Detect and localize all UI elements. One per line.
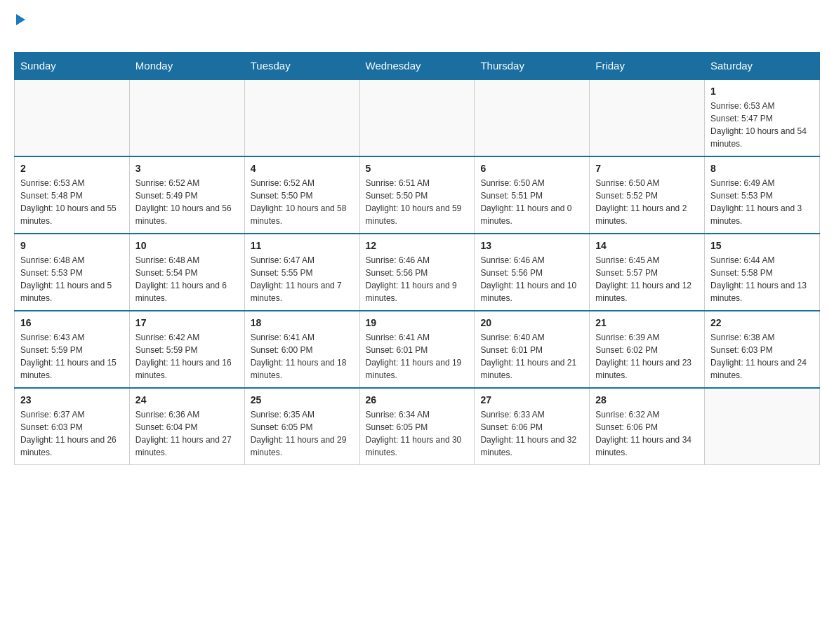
calendar-week-row: 1Sunrise: 6:53 AM Sunset: 5:47 PM Daylig… — [15, 79, 820, 156]
calendar-day-cell: 23Sunrise: 6:37 AM Sunset: 6:03 PM Dayli… — [15, 388, 130, 465]
day-of-week-header: Thursday — [475, 53, 590, 80]
calendar-day-cell: 8Sunrise: 6:49 AM Sunset: 5:53 PM Daylig… — [705, 156, 820, 234]
calendar-day-cell: 18Sunrise: 6:41 AM Sunset: 6:00 PM Dayli… — [244, 311, 359, 388]
day-info: Sunrise: 6:53 AM Sunset: 5:47 PM Dayligh… — [710, 100, 814, 150]
calendar-header: SundayMondayTuesdayWednesdayThursdayFrid… — [15, 53, 820, 80]
calendar-day-cell — [359, 79, 475, 156]
day-number: 11 — [251, 240, 354, 251]
day-number: 25 — [251, 394, 354, 405]
calendar-day-cell: 14Sunrise: 6:45 AM Sunset: 5:57 PM Dayli… — [590, 234, 705, 311]
day-info: Sunrise: 6:47 AM Sunset: 5:55 PM Dayligh… — [251, 254, 354, 304]
day-number: 27 — [480, 394, 583, 405]
calendar-day-cell: 3Sunrise: 6:52 AM Sunset: 5:49 PM Daylig… — [129, 156, 244, 234]
day-number: 2 — [20, 163, 124, 174]
calendar-day-cell: 15Sunrise: 6:44 AM Sunset: 5:58 PM Dayli… — [705, 234, 820, 311]
calendar-day-cell: 7Sunrise: 6:50 AM Sunset: 5:52 PM Daylig… — [590, 156, 705, 234]
day-info: Sunrise: 6:37 AM Sunset: 6:03 PM Dayligh… — [20, 408, 124, 459]
day-number: 24 — [135, 394, 239, 405]
day-of-week-header: Sunday — [15, 53, 130, 80]
calendar-day-cell: 2Sunrise: 6:53 AM Sunset: 5:48 PM Daylig… — [15, 156, 130, 234]
calendar-day-cell: 12Sunrise: 6:46 AM Sunset: 5:56 PM Dayli… — [359, 234, 475, 311]
calendar-day-cell — [475, 79, 590, 156]
day-number: 19 — [366, 317, 469, 328]
day-of-week-header: Friday — [590, 53, 705, 80]
calendar-day-cell — [244, 79, 359, 156]
day-number: 14 — [595, 240, 699, 251]
logo-triangle-icon — [16, 14, 25, 25]
day-info: Sunrise: 6:48 AM Sunset: 5:54 PM Dayligh… — [135, 254, 239, 304]
calendar-day-cell: 24Sunrise: 6:36 AM Sunset: 6:04 PM Dayli… — [129, 388, 244, 465]
page-header — [14, 14, 820, 45]
day-number: 22 — [710, 317, 814, 328]
calendar-day-cell: 13Sunrise: 6:46 AM Sunset: 5:56 PM Dayli… — [475, 234, 590, 311]
day-info: Sunrise: 6:39 AM Sunset: 6:02 PM Dayligh… — [595, 331, 699, 382]
calendar-day-cell: 17Sunrise: 6:42 AM Sunset: 5:59 PM Dayli… — [129, 311, 244, 388]
day-of-week-header: Tuesday — [244, 53, 359, 80]
calendar-body: 1Sunrise: 6:53 AM Sunset: 5:47 PM Daylig… — [15, 79, 820, 465]
day-info: Sunrise: 6:53 AM Sunset: 5:48 PM Dayligh… — [20, 177, 124, 227]
day-number: 21 — [595, 317, 699, 328]
day-info: Sunrise: 6:32 AM Sunset: 6:06 PM Dayligh… — [595, 408, 699, 459]
day-info: Sunrise: 6:41 AM Sunset: 6:00 PM Dayligh… — [251, 331, 354, 382]
day-info: Sunrise: 6:46 AM Sunset: 5:56 PM Dayligh… — [480, 254, 583, 304]
calendar-day-cell: 10Sunrise: 6:48 AM Sunset: 5:54 PM Dayli… — [129, 234, 244, 311]
day-info: Sunrise: 6:52 AM Sunset: 5:49 PM Dayligh… — [135, 177, 239, 227]
day-number: 8 — [710, 163, 814, 174]
calendar-day-cell: 20Sunrise: 6:40 AM Sunset: 6:01 PM Dayli… — [475, 311, 590, 388]
day-info: Sunrise: 6:48 AM Sunset: 5:53 PM Dayligh… — [20, 254, 124, 304]
day-info: Sunrise: 6:50 AM Sunset: 5:52 PM Dayligh… — [595, 177, 699, 227]
day-number: 3 — [135, 163, 239, 174]
calendar-table: SundayMondayTuesdayWednesdayThursdayFrid… — [14, 52, 820, 465]
day-info: Sunrise: 6:51 AM Sunset: 5:50 PM Dayligh… — [366, 177, 469, 227]
calendar-day-cell: 1Sunrise: 6:53 AM Sunset: 5:47 PM Daylig… — [705, 79, 820, 156]
day-number: 6 — [480, 163, 583, 174]
calendar-day-cell: 9Sunrise: 6:48 AM Sunset: 5:53 PM Daylig… — [15, 234, 130, 311]
day-info: Sunrise: 6:44 AM Sunset: 5:58 PM Dayligh… — [710, 254, 814, 304]
calendar-day-cell: 11Sunrise: 6:47 AM Sunset: 5:55 PM Dayli… — [244, 234, 359, 311]
day-number: 1 — [710, 86, 814, 97]
day-info: Sunrise: 6:41 AM Sunset: 6:01 PM Dayligh… — [366, 331, 469, 382]
calendar-day-cell: 26Sunrise: 6:34 AM Sunset: 6:05 PM Dayli… — [359, 388, 475, 465]
day-of-week-header: Saturday — [705, 53, 820, 80]
day-number: 16 — [20, 317, 124, 328]
calendar-day-cell: 25Sunrise: 6:35 AM Sunset: 6:05 PM Dayli… — [244, 388, 359, 465]
logo — [14, 14, 25, 45]
day-number: 18 — [251, 317, 354, 328]
day-info: Sunrise: 6:50 AM Sunset: 5:51 PM Dayligh… — [480, 177, 583, 227]
calendar-day-cell: 28Sunrise: 6:32 AM Sunset: 6:06 PM Dayli… — [590, 388, 705, 465]
day-info: Sunrise: 6:38 AM Sunset: 6:03 PM Dayligh… — [710, 331, 814, 382]
calendar-week-row: 9Sunrise: 6:48 AM Sunset: 5:53 PM Daylig… — [15, 234, 820, 311]
day-info: Sunrise: 6:34 AM Sunset: 6:05 PM Dayligh… — [366, 408, 469, 459]
day-number: 12 — [366, 240, 469, 251]
day-number: 4 — [251, 163, 354, 174]
calendar-day-cell: 22Sunrise: 6:38 AM Sunset: 6:03 PM Dayli… — [705, 311, 820, 388]
day-info: Sunrise: 6:42 AM Sunset: 5:59 PM Dayligh… — [135, 331, 239, 382]
calendar-week-row: 2Sunrise: 6:53 AM Sunset: 5:48 PM Daylig… — [15, 156, 820, 234]
days-of-week-row: SundayMondayTuesdayWednesdayThursdayFrid… — [15, 53, 820, 80]
calendar-day-cell: 6Sunrise: 6:50 AM Sunset: 5:51 PM Daylig… — [475, 156, 590, 234]
calendar-day-cell: 5Sunrise: 6:51 AM Sunset: 5:50 PM Daylig… — [359, 156, 475, 234]
day-number: 26 — [366, 394, 469, 405]
calendar-day-cell: 21Sunrise: 6:39 AM Sunset: 6:02 PM Dayli… — [590, 311, 705, 388]
day-number: 5 — [366, 163, 469, 174]
day-info: Sunrise: 6:43 AM Sunset: 5:59 PM Dayligh… — [20, 331, 124, 382]
day-number: 17 — [135, 317, 239, 328]
day-info: Sunrise: 6:49 AM Sunset: 5:53 PM Dayligh… — [710, 177, 814, 227]
day-info: Sunrise: 6:45 AM Sunset: 5:57 PM Dayligh… — [595, 254, 699, 304]
calendar-day-cell: 16Sunrise: 6:43 AM Sunset: 5:59 PM Dayli… — [15, 311, 130, 388]
calendar-day-cell: 19Sunrise: 6:41 AM Sunset: 6:01 PM Dayli… — [359, 311, 475, 388]
day-info: Sunrise: 6:33 AM Sunset: 6:06 PM Dayligh… — [480, 408, 583, 459]
calendar-day-cell — [15, 79, 130, 156]
calendar-week-row: 23Sunrise: 6:37 AM Sunset: 6:03 PM Dayli… — [15, 388, 820, 465]
day-info: Sunrise: 6:40 AM Sunset: 6:01 PM Dayligh… — [480, 331, 583, 382]
calendar-day-cell — [590, 79, 705, 156]
day-info: Sunrise: 6:52 AM Sunset: 5:50 PM Dayligh… — [251, 177, 354, 227]
calendar-day-cell — [705, 388, 820, 465]
day-info: Sunrise: 6:46 AM Sunset: 5:56 PM Dayligh… — [366, 254, 469, 304]
day-of-week-header: Monday — [129, 53, 244, 80]
day-info: Sunrise: 6:36 AM Sunset: 6:04 PM Dayligh… — [135, 408, 239, 459]
day-number: 23 — [20, 394, 124, 405]
calendar-day-cell: 27Sunrise: 6:33 AM Sunset: 6:06 PM Dayli… — [475, 388, 590, 465]
day-number: 9 — [20, 240, 124, 251]
day-number: 13 — [480, 240, 583, 251]
